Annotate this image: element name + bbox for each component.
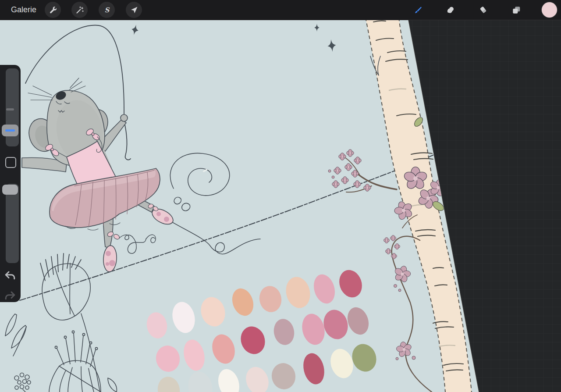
smudge-icon (446, 5, 455, 15)
svg-text:S: S (104, 6, 110, 14)
procreate-screen: Galerie S (0, 0, 561, 392)
transform-arrow-icon (130, 6, 138, 14)
transform-button[interactable] (126, 2, 142, 18)
eraser-icon (479, 5, 488, 15)
wrench-icon (49, 6, 57, 14)
slider-tick (6, 108, 14, 110)
redo-arrow-icon (4, 289, 17, 303)
top-toolbar: Galerie S (0, 0, 561, 20)
color-swatch[interactable] (542, 2, 557, 18)
erase-tool-button[interactable] (476, 3, 490, 17)
adjustments-button[interactable] (71, 2, 88, 18)
redo-button[interactable] (4, 289, 17, 303)
canvas[interactable] (0, 0, 561, 392)
brush-sidebar (0, 65, 21, 302)
smudge-tool-button[interactable] (444, 3, 458, 17)
selection-s-icon: S (103, 6, 111, 14)
modify-button[interactable] (5, 157, 16, 168)
brush-icon (413, 5, 423, 15)
brush-size-handle[interactable] (2, 125, 18, 136)
opacity-slider[interactable] (6, 184, 19, 263)
layers-button[interactable] (509, 3, 523, 17)
undo-button[interactable] (4, 269, 17, 282)
actions-button[interactable] (45, 2, 61, 18)
opacity-handle[interactable] (2, 185, 18, 195)
gallery-button[interactable]: Galerie (11, 0, 36, 20)
selection-button[interactable]: S (99, 2, 115, 18)
undo-arrow-icon (4, 269, 17, 282)
magic-wand-icon (75, 6, 84, 14)
layers-icon (511, 5, 521, 15)
paint-tool-button[interactable] (411, 3, 425, 17)
blue-dash-icon (5, 129, 15, 132)
